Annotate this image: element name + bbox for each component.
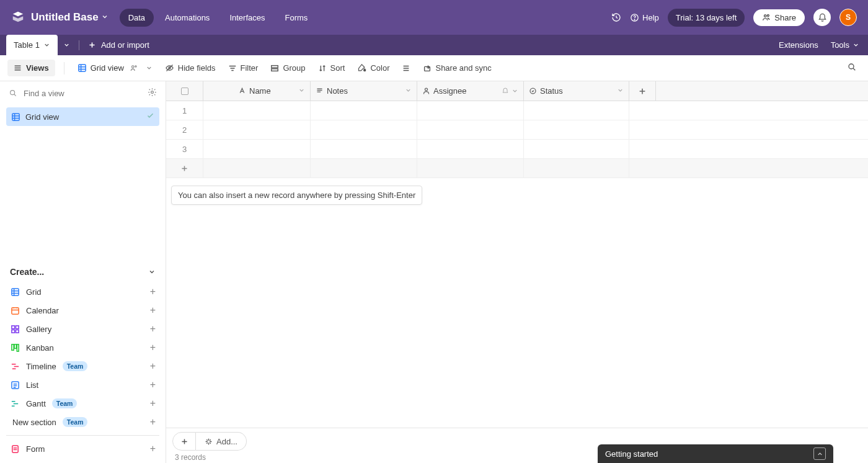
- plus-icon: +: [150, 286, 156, 297]
- views-toggle[interactable]: Views: [7, 60, 55, 76]
- add-column-button[interactable]: [629, 81, 656, 101]
- search-button[interactable]: [843, 58, 861, 78]
- share-button[interactable]: Share: [753, 9, 805, 26]
- create-grid[interactable]: Grid +: [6, 282, 159, 301]
- create-new-section[interactable]: New section Team +: [6, 413, 159, 431]
- cell[interactable]: [203, 120, 311, 139]
- find-view-input[interactable]: [22, 88, 143, 99]
- tools-button[interactable]: Tools: [831, 40, 859, 50]
- cell[interactable]: [524, 140, 629, 158]
- nav-forms[interactable]: Forms: [276, 9, 316, 27]
- svg-rect-18: [16, 325, 19, 328]
- add-record-button[interactable]: [172, 432, 196, 451]
- view-settings-button[interactable]: [148, 88, 157, 99]
- create-form[interactable]: Form +: [6, 439, 159, 458]
- chevron-down-icon[interactable]: [617, 86, 624, 96]
- cell[interactable]: [417, 101, 524, 120]
- base-title[interactable]: Untitled Base: [31, 11, 99, 24]
- sidebar-view-grid[interactable]: Grid view: [6, 107, 159, 126]
- column-header-name[interactable]: Name: [203, 81, 311, 101]
- svg-rect-19: [11, 330, 14, 333]
- help-button[interactable]: Help: [630, 13, 659, 22]
- tab-table1[interactable]: Table 1: [6, 35, 58, 55]
- nav-data[interactable]: Data: [120, 9, 154, 27]
- share-sync-button[interactable]: Share and sync: [418, 60, 495, 76]
- column-label: Name: [249, 86, 271, 96]
- svg-point-5: [131, 65, 134, 68]
- current-view-name[interactable]: Grid view: [73, 60, 157, 76]
- column-label: Notes: [327, 86, 348, 96]
- cell[interactable]: [524, 120, 629, 139]
- tab-dropdown[interactable]: [58, 35, 76, 55]
- expand-button[interactable]: [813, 447, 826, 460]
- svg-rect-17: [11, 325, 14, 328]
- table-row[interactable]: 3: [166, 140, 868, 159]
- column-header-notes[interactable]: Notes: [311, 81, 417, 101]
- column-header-assignee[interactable]: Assignee: [417, 81, 524, 101]
- add-row-button[interactable]: [166, 159, 868, 178]
- cell[interactable]: [311, 120, 417, 139]
- add-menu-button[interactable]: Add...: [196, 432, 247, 451]
- create-gallery[interactable]: Gallery +: [6, 320, 159, 338]
- notifications-button[interactable]: [813, 9, 831, 26]
- create-gantt[interactable]: Gantt Team +: [6, 394, 159, 413]
- plus-icon: [638, 87, 647, 96]
- chevron-down-icon: [148, 268, 156, 276]
- row-height-button[interactable]: [397, 61, 415, 76]
- app-logo-icon[interactable]: [11, 11, 25, 24]
- team-badge: Team: [63, 417, 88, 427]
- add-or-import-button[interactable]: Add or import: [82, 35, 156, 55]
- history-icon[interactable]: [611, 12, 621, 22]
- bell-icon[interactable]: [502, 88, 518, 95]
- create-section-header[interactable]: Create...: [0, 261, 166, 282]
- create-timeline[interactable]: Timeline Team +: [6, 357, 159, 375]
- text-field-icon: [238, 87, 246, 95]
- hide-fields-button[interactable]: Hide fields: [161, 60, 220, 76]
- list-icon: [10, 380, 20, 390]
- svg-rect-16: [11, 307, 18, 313]
- plus-icon: [166, 159, 203, 178]
- cell[interactable]: [203, 101, 311, 120]
- search-icon: [847, 62, 857, 72]
- plus-icon: [88, 41, 96, 49]
- create-list-view[interactable]: List +: [6, 375, 159, 394]
- gear-icon: [148, 88, 157, 97]
- create-kanban[interactable]: Kanban +: [6, 338, 159, 357]
- separator: [6, 435, 159, 436]
- user-avatar[interactable]: S: [839, 9, 857, 26]
- filter-button[interactable]: Filter: [224, 60, 263, 76]
- group-button[interactable]: Group: [266, 60, 309, 76]
- table-row[interactable]: 2: [166, 120, 868, 140]
- create-item-label: Grid: [26, 287, 42, 297]
- svg-rect-8: [272, 65, 278, 68]
- base-title-chevron-icon[interactable]: [101, 13, 108, 22]
- svg-point-12: [11, 91, 15, 95]
- cell[interactable]: [311, 140, 417, 158]
- plus-icon: +: [150, 398, 156, 409]
- group-icon: [270, 64, 279, 73]
- select-all-header[interactable]: [166, 81, 203, 101]
- cell[interactable]: [417, 140, 524, 158]
- extensions-button[interactable]: Extensions: [779, 40, 818, 50]
- people-icon: [762, 13, 771, 22]
- nav-interfaces[interactable]: Interfaces: [221, 9, 273, 27]
- color-button[interactable]: Color: [353, 60, 394, 76]
- table-row[interactable]: 1: [166, 101, 868, 120]
- column-header-status[interactable]: Status: [524, 81, 629, 101]
- chevron-down-icon[interactable]: [405, 86, 412, 96]
- chevron-down-icon[interactable]: [298, 86, 305, 96]
- team-badge: Team: [63, 361, 88, 371]
- svg-point-1: [634, 19, 635, 20]
- trial-pill[interactable]: Trial: 13 days left: [668, 9, 745, 27]
- separator: [79, 40, 79, 50]
- create-calendar[interactable]: Calendar +: [6, 301, 159, 320]
- view-toolbar: Views Grid view Hide fields Filter Group…: [0, 55, 868, 81]
- cell[interactable]: [524, 101, 629, 120]
- cell[interactable]: [311, 101, 417, 120]
- sort-button[interactable]: Sort: [314, 60, 350, 76]
- kanban-icon: [10, 343, 20, 353]
- getting-started-panel[interactable]: Getting started: [598, 444, 833, 463]
- cell[interactable]: [203, 140, 311, 158]
- cell[interactable]: [417, 120, 524, 139]
- nav-automations[interactable]: Automations: [156, 9, 218, 27]
